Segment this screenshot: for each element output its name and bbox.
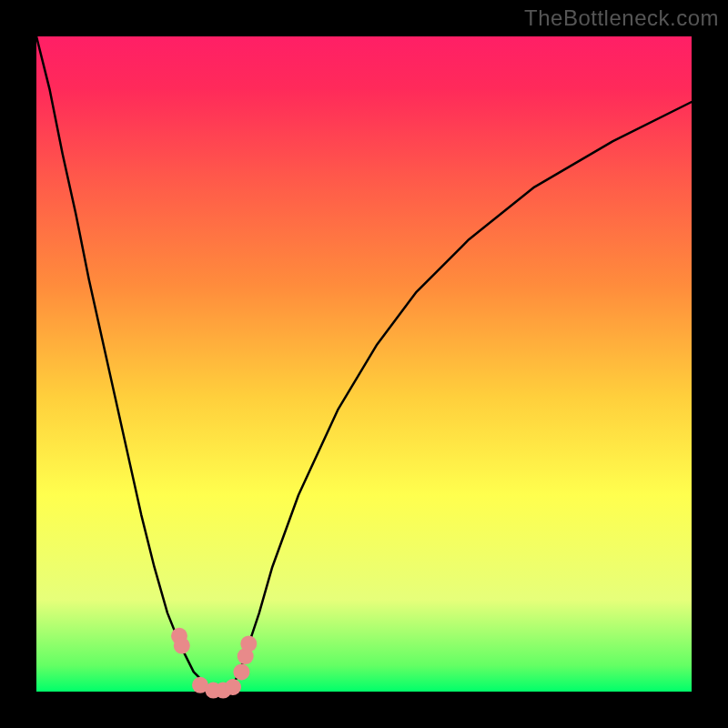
plot-area (36, 36, 692, 692)
highlight-dots (171, 628, 257, 699)
outer-frame: TheBottleneck.com (0, 0, 728, 728)
bottleneck-curve (36, 36, 692, 692)
highlight-dot (225, 679, 241, 695)
highlight-dot (240, 635, 257, 652)
watermark-text: TheBottleneck.com (524, 5, 719, 31)
highlight-dot (233, 663, 249, 680)
highlight-dot (174, 638, 190, 654)
chart-svg (36, 36, 692, 692)
